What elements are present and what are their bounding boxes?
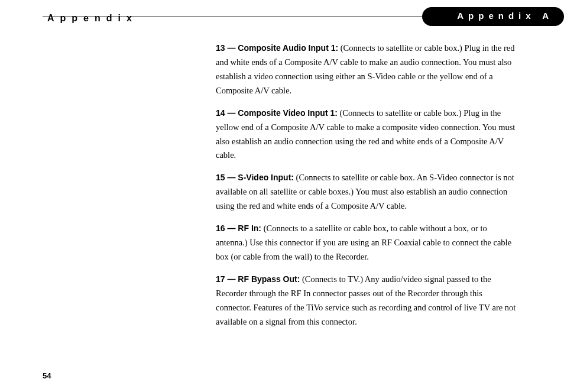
item-14-label: 14 — Composite Video Input 1: — [216, 108, 338, 118]
item-14: 14 — Composite Video Input 1: (Connects … — [216, 106, 517, 163]
header-left-title: Appendix — [0, 13, 138, 24]
header-right-title: Appendix A — [457, 11, 553, 21]
item-16-label: 16 — RF In: — [216, 223, 261, 233]
item-16: 16 — RF In: (Connects to a satellite or … — [216, 222, 517, 264]
header-rule — [43, 17, 428, 17]
page-number: 54 — [43, 371, 51, 380]
page-header: Appendix Appendix A — [0, 0, 564, 26]
item-13: 13 — Composite Audio Input 1: (Connects … — [216, 41, 517, 98]
item-15-label: 15 — S-Video Input: — [216, 173, 294, 182]
item-13-label: 13 — Composite Audio Input 1: — [216, 43, 338, 53]
item-15: 15 — S-Video Input: (Connects to satelli… — [216, 171, 517, 213]
item-17-label: 17 — RF Bypass Out: — [216, 274, 300, 284]
content-area: 13 — Composite Audio Input 1: (Connects … — [0, 26, 564, 329]
item-17: 17 — RF Bypass Out: (Connects to TV.) An… — [216, 273, 517, 329]
